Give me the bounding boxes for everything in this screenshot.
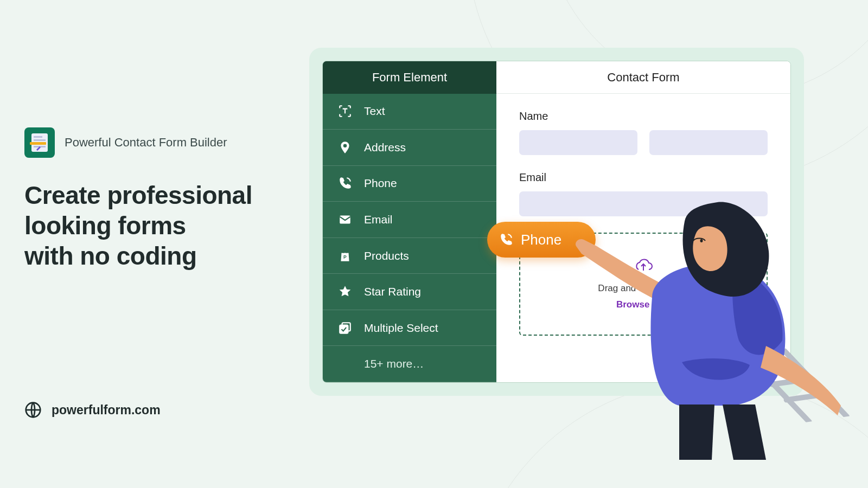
svg-rect-4 [30,142,46,145]
website-row: powerfulform.com [24,401,161,419]
name-label: Name [519,110,768,123]
sidebar-header: Form Element [323,61,496,94]
text-icon [338,104,352,118]
checkbox-icon [338,321,352,335]
svg-text:P: P [343,254,347,260]
sidebar-item-label: Phone [364,177,397,190]
svg-rect-9 [340,325,348,333]
sidebar-item-multiple-select[interactable]: Multiple Select [323,310,496,346]
sidebar-item-email[interactable]: Email [323,202,496,238]
sidebar-item-star-rating[interactable]: Star Rating [323,274,496,310]
brand-row: Powerful Contact Form Builder [24,127,227,158]
headline-line-3: with no coding [24,241,252,271]
headline: Create professional looking forms with n… [24,180,252,271]
website-text: powerfulform.com [52,403,161,418]
last-name-input[interactable] [649,130,768,155]
sidebar-item-address[interactable]: Address [323,130,496,166]
sidebar-item-label: 15+ more… [364,357,424,370]
sidebar-item-label: Text [364,105,385,118]
star-icon [338,285,352,299]
email-label: Email [519,171,768,184]
sidebar-item-label: Multiple Select [364,322,438,335]
headline-line-1: Create professional [24,180,252,210]
svg-rect-2 [34,139,46,141]
chip-label: Phone [521,232,561,248]
first-name-input[interactable] [519,130,637,155]
sidebar-item-label: Email [364,213,393,226]
mail-icon [338,213,352,227]
sidebar-item-label: Star Rating [364,285,421,298]
sidebar: Form Element Text Address [323,61,496,382]
person-illustration [571,200,842,460]
headline-line-2: looking forms [24,210,252,241]
svg-point-15 [700,239,703,242]
sidebar-item-products[interactable]: P Products [323,238,496,274]
sidebar-item-phone[interactable]: Phone [323,166,496,202]
app-logo [24,127,55,158]
svg-rect-1 [34,136,42,138]
pin-icon [338,140,352,155]
sidebar-item-text[interactable]: Text [323,94,496,130]
sidebar-item-label: Address [364,141,406,154]
brand-title: Powerful Contact Form Builder [65,136,227,150]
sidebar-item-more[interactable]: 15+ more… [323,346,496,382]
phone-icon [338,176,352,190]
phone-icon [499,233,513,247]
sidebar-item-label: Products [364,249,409,262]
form-title: Contact Form [496,61,790,94]
bag-icon: P [338,249,352,263]
globe-icon [24,401,42,419]
